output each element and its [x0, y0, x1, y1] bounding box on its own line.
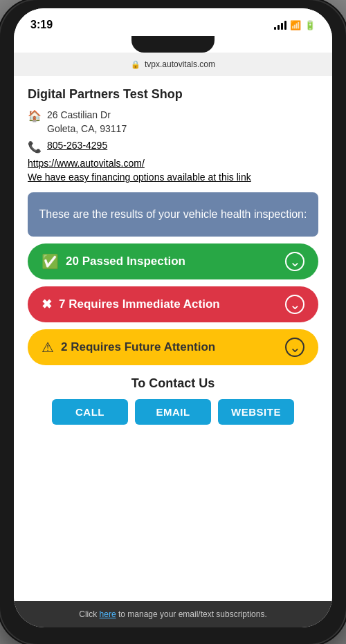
passed-chevron-icon: ⌄ [285, 252, 304, 271]
website-button[interactable]: WEBSITE [218, 399, 294, 425]
battery-icon: 🔋 [304, 20, 316, 30]
x-circle-icon: ✖ [42, 297, 52, 312]
footer-text: Click here to manage your email/text sub… [79, 609, 266, 619]
passed-inspection-label: 20 Passed Inspection [66, 255, 185, 268]
footer-bar: Click here to manage your email/text sub… [14, 601, 332, 627]
email-button[interactable]: EMAIL [135, 399, 211, 425]
shop-phone-row[interactable]: 📞 805-263-4295 [28, 140, 318, 154]
future-attention-left: ⚠ 2 Requires Future Attention [42, 339, 215, 356]
phone-icon: 📞 [28, 140, 42, 154]
status-time: 3:19 [30, 19, 53, 31]
shop-website-link[interactable]: https://www.autovitals.com/ [28, 158, 318, 169]
immediate-action-row[interactable]: ✖ 7 Requires Immediate Action ⌄ [28, 286, 318, 322]
wifi-icon: 📶 [290, 20, 301, 30]
status-icons: 📶 🔋 [274, 20, 316, 30]
signal-icon [274, 20, 286, 30]
contact-title: To Contact Us [28, 376, 318, 391]
immediate-action-left: ✖ 7 Requires Immediate Action [42, 297, 220, 312]
shop-phone-link[interactable]: 805-263-4295 [47, 140, 107, 151]
contact-section: To Contact Us CALL EMAIL WEBSITE [28, 376, 318, 425]
status-bar: 3:19 📶 🔋 [14, 8, 332, 36]
phone-frame: 3:19 📶 🔋 🔒 tvpx.autovitals.com [0, 0, 346, 644]
immediate-action-label: 7 Requires Immediate Action [59, 297, 220, 311]
url-bar[interactable]: 🔒 tvpx.autovitals.com [14, 53, 332, 76]
check-circle-icon: ✅ [42, 253, 59, 270]
shop-address: 26 Castilian Dr Goleta, CA, 93117 [47, 109, 127, 136]
lock-icon: 🔒 [131, 60, 140, 69]
financing-link[interactable]: We have easy financing options available… [28, 172, 318, 183]
inspection-banner: These are the results of your vehicle he… [28, 192, 318, 237]
passed-inspection-row[interactable]: ✅ 20 Passed Inspection ⌄ [28, 243, 318, 279]
notch [131, 36, 215, 53]
inspection-banner-text: These are the results of your vehicle he… [39, 208, 307, 220]
contact-buttons: CALL EMAIL WEBSITE [28, 399, 318, 425]
immediate-action-chevron-icon: ⌄ [285, 295, 304, 314]
call-button[interactable]: CALL [52, 399, 128, 425]
passed-inspection-left: ✅ 20 Passed Inspection [42, 253, 185, 270]
future-attention-row[interactable]: ⚠ 2 Requires Future Attention ⌄ [28, 329, 318, 365]
page-content: Digital Partners Test Shop 🏠 26 Castilia… [14, 76, 332, 601]
footer-subscription-link[interactable]: here [100, 609, 116, 619]
shop-address-row: 🏠 26 Castilian Dr Goleta, CA, 93117 [28, 109, 318, 136]
notch-area [14, 36, 332, 53]
warning-icon: ⚠ [42, 339, 54, 356]
url-text: tvpx.autovitals.com [145, 59, 215, 69]
phone-screen: 3:19 📶 🔋 🔒 tvpx.autovitals.com [14, 8, 332, 627]
future-attention-label: 2 Requires Future Attention [61, 340, 215, 354]
future-attention-chevron-icon: ⌄ [285, 338, 304, 357]
home-icon: 🏠 [28, 109, 42, 122]
shop-name: Digital Partners Test Shop [28, 87, 318, 102]
